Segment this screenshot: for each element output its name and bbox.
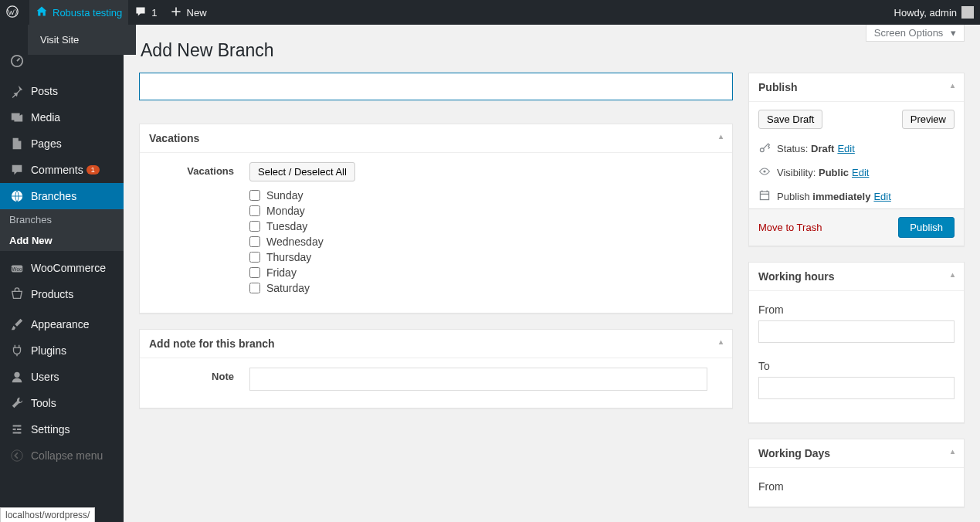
note-label: Note (149, 368, 249, 391)
svg-point-2 (13, 115, 15, 117)
sidebar-posts[interactable]: Posts (0, 78, 124, 104)
comment-icon (9, 163, 25, 177)
working-hours-title[interactable]: Working hours (749, 263, 964, 291)
svg-point-12 (763, 170, 765, 172)
pin-icon (9, 84, 25, 98)
status-row: Status: Draft Edit (749, 137, 964, 161)
visibility-row: Visibility: Public Edit (749, 161, 964, 185)
svg-point-10 (12, 450, 22, 461)
vacation-checkbox-monday[interactable] (249, 205, 260, 216)
products-icon (9, 287, 25, 301)
working-hours-box: Working hours From To (748, 262, 965, 423)
page-title: Add New Branch (141, 40, 965, 61)
edit-visibility-link[interactable]: Edit (852, 167, 869, 178)
svg-point-9 (18, 432, 20, 434)
vacation-checkbox-wednesday[interactable] (249, 236, 260, 247)
vacations-box: Vacations Vacations Select / Deselect Al… (139, 124, 733, 314)
content-body: Screen Options ▾ Add New Branch Vacation… (124, 0, 980, 522)
submenu-add-new[interactable]: Add New (0, 230, 124, 251)
move-to-trash-link[interactable]: Move to Trash (758, 222, 822, 233)
vacation-checkbox-friday[interactable] (249, 267, 260, 278)
screen-options-toggle[interactable]: Screen Options ▾ (866, 25, 965, 42)
woocommerce-icon: Woo (9, 261, 25, 275)
collapse-menu[interactable]: Collapse menu (0, 442, 124, 469)
to-input[interactable] (758, 377, 955, 399)
account-menu[interactable]: Howdy, admin (888, 0, 980, 25)
sidebar-media[interactable]: Media (0, 104, 124, 130)
settings-icon (9, 422, 25, 436)
vacation-day-tuesday[interactable]: Tuesday (249, 219, 723, 234)
edit-schedule-link[interactable]: Edit (873, 191, 890, 202)
preview-button[interactable]: Preview (902, 110, 955, 129)
vacation-checkbox-tuesday[interactable] (249, 221, 260, 232)
select-deselect-all-button[interactable]: Select / Deselect All (249, 162, 355, 181)
svg-point-6 (14, 372, 19, 378)
title-wrap (139, 73, 733, 100)
wordpress-menu[interactable] (0, 0, 29, 25)
wrench-icon (9, 396, 25, 410)
sidebar-settings[interactable]: Settings (0, 416, 124, 442)
day-label: Friday (266, 266, 297, 279)
publish-button[interactable]: Publish (898, 217, 955, 238)
vacation-checkbox-thursday[interactable] (249, 252, 260, 263)
working-days-title[interactable]: Working Days (749, 439, 964, 468)
admin-menu: Posts Media Pages Comments 1 Branches Br… (0, 25, 124, 522)
sidebar-pages[interactable]: Pages (0, 130, 124, 157)
howdy-text: Howdy, admin (894, 7, 957, 19)
vacation-day-wednesday[interactable]: Wednesday (249, 234, 723, 249)
globe-icon (9, 189, 25, 203)
submenu-branches[interactable]: Branches (0, 209, 124, 230)
vacation-day-monday[interactable]: Monday (249, 203, 723, 219)
key-icon (758, 141, 772, 156)
dashboard-icon (9, 54, 25, 68)
edit-status-link[interactable]: Edit (837, 143, 854, 154)
site-name-menu[interactable]: Robusta testing (29, 0, 128, 25)
new-label: New (187, 7, 207, 19)
from-label: From (758, 303, 955, 316)
comments-count: 1 (151, 7, 157, 19)
day-label: Thursday (266, 251, 311, 263)
user-icon (9, 370, 25, 384)
comments-menu[interactable]: 1 (128, 0, 163, 25)
note-input[interactable] (249, 368, 707, 391)
visit-site-link[interactable]: Visit Site (40, 31, 124, 49)
day-label: Sunday (266, 189, 303, 202)
sidebar-tools[interactable]: Tools (0, 390, 124, 416)
publish-box: Publish Save Draft Preview Status: Draft… (748, 73, 965, 246)
wordpress-icon (6, 5, 19, 20)
plug-icon (9, 344, 25, 358)
vacation-day-friday[interactable]: Friday (249, 265, 723, 280)
calendar-icon (758, 189, 772, 204)
svg-point-7 (18, 425, 20, 427)
sidebar-plugins[interactable]: Plugins (0, 337, 124, 364)
site-name: Robusta testing (53, 7, 122, 19)
vacation-day-thursday[interactable]: Thursday (249, 249, 723, 265)
title-input[interactable] (139, 73, 733, 100)
sidebar-users[interactable]: Users (0, 364, 124, 390)
status-bar: localhost/wordpress/ (0, 507, 95, 522)
save-draft-button[interactable]: Save Draft (758, 110, 822, 129)
publish-box-title[interactable]: Publish (749, 73, 964, 102)
note-box-title[interactable]: Add note for this branch (140, 330, 732, 358)
sidebar-comments[interactable]: Comments 1 (0, 157, 124, 183)
svg-text:Woo: Woo (12, 266, 22, 272)
day-label: Tuesday (266, 220, 307, 232)
vacation-checkbox-saturday[interactable] (249, 283, 260, 293)
vacations-box-title[interactable]: Vacations (140, 124, 732, 153)
sidebar-branches[interactable]: Branches (0, 183, 124, 209)
vacation-checkbox-sunday[interactable] (249, 190, 260, 201)
sidebar-woocommerce[interactable]: Woo WooCommerce (0, 255, 124, 281)
vacation-day-saturday[interactable]: Saturday (249, 280, 723, 296)
new-content-menu[interactable]: New (164, 0, 213, 25)
home-icon (36, 5, 48, 20)
eye-icon (758, 165, 772, 180)
media-icon (9, 110, 25, 124)
from-input[interactable] (758, 320, 955, 343)
site-submenu: Visit Site (28, 25, 136, 55)
collapse-icon (9, 449, 25, 463)
avatar (961, 6, 974, 19)
sidebar-products[interactable]: Products (0, 281, 124, 307)
sidebar-appearance[interactable]: Appearance (0, 311, 124, 337)
vacation-day-sunday[interactable]: Sunday (249, 188, 723, 203)
day-label: Saturday (266, 282, 310, 294)
